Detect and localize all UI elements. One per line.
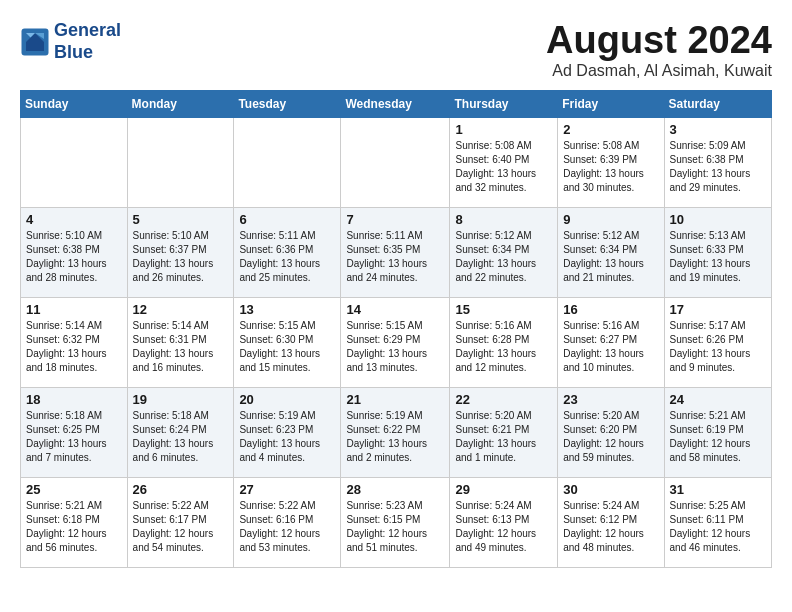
day-info: Sunrise: 5:21 AM Sunset: 6:18 PM Dayligh… bbox=[26, 499, 122, 555]
day-info: Sunrise: 5:14 AM Sunset: 6:32 PM Dayligh… bbox=[26, 319, 122, 375]
day-number: 30 bbox=[563, 482, 658, 497]
calendar-cell: 21Sunrise: 5:19 AM Sunset: 6:22 PM Dayli… bbox=[341, 387, 450, 477]
calendar-cell: 15Sunrise: 5:16 AM Sunset: 6:28 PM Dayli… bbox=[450, 297, 558, 387]
calendar-week-5: 25Sunrise: 5:21 AM Sunset: 6:18 PM Dayli… bbox=[21, 477, 772, 567]
day-number: 26 bbox=[133, 482, 229, 497]
calendar-cell: 20Sunrise: 5:19 AM Sunset: 6:23 PM Dayli… bbox=[234, 387, 341, 477]
calendar-cell bbox=[127, 117, 234, 207]
day-number: 18 bbox=[26, 392, 122, 407]
day-number: 14 bbox=[346, 302, 444, 317]
weekday-thursday: Thursday bbox=[450, 90, 558, 117]
day-number: 4 bbox=[26, 212, 122, 227]
calendar-cell: 3Sunrise: 5:09 AM Sunset: 6:38 PM Daylig… bbox=[664, 117, 771, 207]
day-number: 27 bbox=[239, 482, 335, 497]
weekday-monday: Monday bbox=[127, 90, 234, 117]
day-info: Sunrise: 5:16 AM Sunset: 6:28 PM Dayligh… bbox=[455, 319, 552, 375]
location: Ad Dasmah, Al Asimah, Kuwait bbox=[546, 62, 772, 80]
day-number: 19 bbox=[133, 392, 229, 407]
day-number: 3 bbox=[670, 122, 766, 137]
calendar-body: 1Sunrise: 5:08 AM Sunset: 6:40 PM Daylig… bbox=[21, 117, 772, 567]
day-info: Sunrise: 5:18 AM Sunset: 6:25 PM Dayligh… bbox=[26, 409, 122, 465]
calendar-cell: 27Sunrise: 5:22 AM Sunset: 6:16 PM Dayli… bbox=[234, 477, 341, 567]
day-info: Sunrise: 5:20 AM Sunset: 6:20 PM Dayligh… bbox=[563, 409, 658, 465]
day-info: Sunrise: 5:21 AM Sunset: 6:19 PM Dayligh… bbox=[670, 409, 766, 465]
calendar-week-1: 1Sunrise: 5:08 AM Sunset: 6:40 PM Daylig… bbox=[21, 117, 772, 207]
calendar-cell: 19Sunrise: 5:18 AM Sunset: 6:24 PM Dayli… bbox=[127, 387, 234, 477]
day-info: Sunrise: 5:11 AM Sunset: 6:35 PM Dayligh… bbox=[346, 229, 444, 285]
calendar-cell: 1Sunrise: 5:08 AM Sunset: 6:40 PM Daylig… bbox=[450, 117, 558, 207]
calendar-cell: 26Sunrise: 5:22 AM Sunset: 6:17 PM Dayli… bbox=[127, 477, 234, 567]
calendar-cell: 8Sunrise: 5:12 AM Sunset: 6:34 PM Daylig… bbox=[450, 207, 558, 297]
logo-line1: General bbox=[54, 20, 121, 42]
calendar-cell: 24Sunrise: 5:21 AM Sunset: 6:19 PM Dayli… bbox=[664, 387, 771, 477]
day-number: 23 bbox=[563, 392, 658, 407]
day-number: 21 bbox=[346, 392, 444, 407]
calendar-cell bbox=[341, 117, 450, 207]
day-info: Sunrise: 5:16 AM Sunset: 6:27 PM Dayligh… bbox=[563, 319, 658, 375]
day-number: 8 bbox=[455, 212, 552, 227]
day-info: Sunrise: 5:10 AM Sunset: 6:37 PM Dayligh… bbox=[133, 229, 229, 285]
day-info: Sunrise: 5:23 AM Sunset: 6:15 PM Dayligh… bbox=[346, 499, 444, 555]
day-number: 22 bbox=[455, 392, 552, 407]
day-info: Sunrise: 5:19 AM Sunset: 6:23 PM Dayligh… bbox=[239, 409, 335, 465]
calendar-cell: 23Sunrise: 5:20 AM Sunset: 6:20 PM Dayli… bbox=[558, 387, 664, 477]
calendar-cell bbox=[234, 117, 341, 207]
day-info: Sunrise: 5:20 AM Sunset: 6:21 PM Dayligh… bbox=[455, 409, 552, 465]
calendar-header: SundayMondayTuesdayWednesdayThursdayFrid… bbox=[21, 90, 772, 117]
day-number: 20 bbox=[239, 392, 335, 407]
weekday-header-row: SundayMondayTuesdayWednesdayThursdayFrid… bbox=[21, 90, 772, 117]
logo-icon bbox=[20, 27, 50, 57]
day-info: Sunrise: 5:22 AM Sunset: 6:17 PM Dayligh… bbox=[133, 499, 229, 555]
day-number: 9 bbox=[563, 212, 658, 227]
day-info: Sunrise: 5:24 AM Sunset: 6:12 PM Dayligh… bbox=[563, 499, 658, 555]
logo-line2: Blue bbox=[54, 42, 121, 64]
weekday-friday: Friday bbox=[558, 90, 664, 117]
weekday-wednesday: Wednesday bbox=[341, 90, 450, 117]
day-number: 15 bbox=[455, 302, 552, 317]
day-info: Sunrise: 5:15 AM Sunset: 6:29 PM Dayligh… bbox=[346, 319, 444, 375]
calendar-cell: 12Sunrise: 5:14 AM Sunset: 6:31 PM Dayli… bbox=[127, 297, 234, 387]
day-info: Sunrise: 5:24 AM Sunset: 6:13 PM Dayligh… bbox=[455, 499, 552, 555]
calendar-cell: 13Sunrise: 5:15 AM Sunset: 6:30 PM Dayli… bbox=[234, 297, 341, 387]
calendar-cell: 18Sunrise: 5:18 AM Sunset: 6:25 PM Dayli… bbox=[21, 387, 128, 477]
calendar-cell: 4Sunrise: 5:10 AM Sunset: 6:38 PM Daylig… bbox=[21, 207, 128, 297]
calendar-table: SundayMondayTuesdayWednesdayThursdayFrid… bbox=[20, 90, 772, 568]
calendar-cell: 5Sunrise: 5:10 AM Sunset: 6:37 PM Daylig… bbox=[127, 207, 234, 297]
day-number: 31 bbox=[670, 482, 766, 497]
day-info: Sunrise: 5:11 AM Sunset: 6:36 PM Dayligh… bbox=[239, 229, 335, 285]
day-number: 11 bbox=[26, 302, 122, 317]
calendar-cell: 31Sunrise: 5:25 AM Sunset: 6:11 PM Dayli… bbox=[664, 477, 771, 567]
calendar-cell: 7Sunrise: 5:11 AM Sunset: 6:35 PM Daylig… bbox=[341, 207, 450, 297]
day-number: 24 bbox=[670, 392, 766, 407]
day-number: 5 bbox=[133, 212, 229, 227]
calendar-cell: 11Sunrise: 5:14 AM Sunset: 6:32 PM Dayli… bbox=[21, 297, 128, 387]
day-number: 25 bbox=[26, 482, 122, 497]
weekday-tuesday: Tuesday bbox=[234, 90, 341, 117]
day-number: 1 bbox=[455, 122, 552, 137]
day-number: 10 bbox=[670, 212, 766, 227]
day-info: Sunrise: 5:14 AM Sunset: 6:31 PM Dayligh… bbox=[133, 319, 229, 375]
calendar-cell: 17Sunrise: 5:17 AM Sunset: 6:26 PM Dayli… bbox=[664, 297, 771, 387]
day-info: Sunrise: 5:08 AM Sunset: 6:40 PM Dayligh… bbox=[455, 139, 552, 195]
day-info: Sunrise: 5:13 AM Sunset: 6:33 PM Dayligh… bbox=[670, 229, 766, 285]
calendar-cell: 22Sunrise: 5:20 AM Sunset: 6:21 PM Dayli… bbox=[450, 387, 558, 477]
day-info: Sunrise: 5:17 AM Sunset: 6:26 PM Dayligh… bbox=[670, 319, 766, 375]
day-number: 16 bbox=[563, 302, 658, 317]
day-info: Sunrise: 5:15 AM Sunset: 6:30 PM Dayligh… bbox=[239, 319, 335, 375]
day-number: 13 bbox=[239, 302, 335, 317]
calendar-cell: 28Sunrise: 5:23 AM Sunset: 6:15 PM Dayli… bbox=[341, 477, 450, 567]
logo: General Blue bbox=[20, 20, 121, 63]
day-info: Sunrise: 5:08 AM Sunset: 6:39 PM Dayligh… bbox=[563, 139, 658, 195]
calendar-cell: 29Sunrise: 5:24 AM Sunset: 6:13 PM Dayli… bbox=[450, 477, 558, 567]
weekday-sunday: Sunday bbox=[21, 90, 128, 117]
calendar-week-4: 18Sunrise: 5:18 AM Sunset: 6:25 PM Dayli… bbox=[21, 387, 772, 477]
calendar-cell: 10Sunrise: 5:13 AM Sunset: 6:33 PM Dayli… bbox=[664, 207, 771, 297]
calendar-cell: 16Sunrise: 5:16 AM Sunset: 6:27 PM Dayli… bbox=[558, 297, 664, 387]
day-number: 28 bbox=[346, 482, 444, 497]
month-title: August 2024 bbox=[546, 20, 772, 62]
day-number: 6 bbox=[239, 212, 335, 227]
calendar-cell: 9Sunrise: 5:12 AM Sunset: 6:34 PM Daylig… bbox=[558, 207, 664, 297]
calendar-week-3: 11Sunrise: 5:14 AM Sunset: 6:32 PM Dayli… bbox=[21, 297, 772, 387]
day-info: Sunrise: 5:18 AM Sunset: 6:24 PM Dayligh… bbox=[133, 409, 229, 465]
weekday-saturday: Saturday bbox=[664, 90, 771, 117]
